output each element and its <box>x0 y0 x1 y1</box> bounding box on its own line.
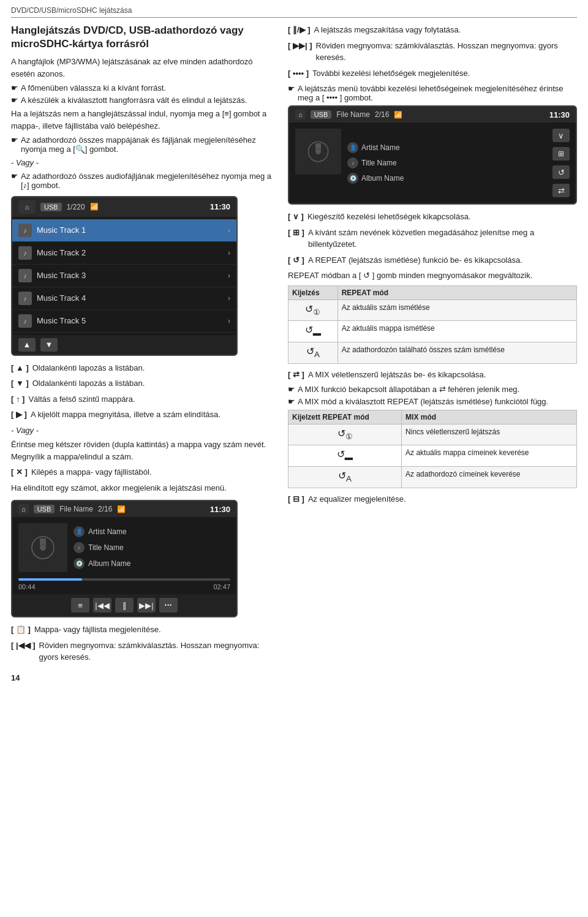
mix-icon-1: ↺① <box>288 424 402 445</box>
bracket-repeat: [ ↺ ] A REPEAT (lejátszás ismétlése) fun… <box>288 254 577 266</box>
chevron-right-icon-5: › <box>228 317 230 325</box>
extra-controls: ∨ ⊞ ↺ ⇄ <box>552 129 570 197</box>
track-item-5[interactable]: ♪ Music Track 5 › <box>12 310 236 333</box>
signal-icon-2: 📶 <box>117 505 126 513</box>
usb-screen-1: ⌂ USB 1/220 📶 11:30 ♪ Music Track 1 › ♪ <box>11 196 238 356</box>
more-btn[interactable]: ••• <box>159 598 178 613</box>
bracket-more: [ •••• ] További kezelési lehetőségek me… <box>288 67 577 80</box>
usb-screen-1-body: ♪ Music Track 1 › ♪ Music Track 2 › ♪ Mu… <box>12 217 236 335</box>
album-art <box>18 523 67 572</box>
file-name-label: File Name <box>59 505 93 513</box>
track-name-5: Music Track 5 <box>37 316 223 325</box>
repeat-text-3: Az adathordozón található összes szám is… <box>337 342 576 364</box>
section-title: Hanglejátszás DVD/CD, USB-adathordozó va… <box>11 24 274 51</box>
player-info: 👤 Artist Name ♪ Title Name 💿 Album Name <box>74 523 230 572</box>
file-label-3: File Name <box>336 110 370 119</box>
bracket-mix: [ ⇄ ] A MIX véletlenszerű lejátszás be- … <box>288 369 577 381</box>
cassette-icon-7: ☛ <box>288 397 295 406</box>
note1: ☛ A főmenüben válassza ki a kívánt forrá… <box>11 83 274 92</box>
track-icon-3: ♪ <box>18 269 32 282</box>
mix-note2: ☛ A MIX mód a kiválasztott REPEAT (leját… <box>288 397 577 406</box>
repeat-row-3: ↺A Az adathordozón található összes szám… <box>288 342 577 364</box>
bracket-x: [ ✕ ] Kilépés a mappa- vagy fájllistából… <box>11 466 274 478</box>
svg-point-3 <box>315 149 321 154</box>
chevron-right-icon-2: › <box>228 249 230 257</box>
time-display-2: 11:30 <box>210 505 230 514</box>
usb-screen-1-nav: ▲ ▼ <box>12 335 236 355</box>
track-icon-2: ♪ <box>18 246 32 260</box>
right-screen-header: ⌂ USB File Name 2/16 📶 11:30 <box>289 107 576 123</box>
repeat-text-2: Az aktuális mappa ismétlése <box>337 321 576 342</box>
right-title-row: ♪ Title Name <box>347 157 544 168</box>
progress-area: 00:44 02:47 <box>12 578 236 594</box>
mix-table-header-1: Kijelzett REPEAT mód <box>288 410 402 424</box>
track-item-4[interactable]: ♪ Music Track 4 › <box>12 287 236 310</box>
title-icon: ♪ <box>74 542 85 553</box>
ha-text: Ha elindított egy számot, akkor megjelen… <box>11 482 274 494</box>
mix-table-header-2: MIX mód <box>402 410 577 424</box>
note2: ☛ A készülék a kiválasztott hangforrásra… <box>11 96 274 105</box>
repeat-table-header-2: REPEAT mód <box>337 285 576 300</box>
bracket-pause-play: [ ‖/▶ ] A lejátszás megszakítása vagy fo… <box>288 24 577 36</box>
intro-para1: A hangfájlok (MP3/WMA) lejátszásának az … <box>11 56 274 80</box>
time-display-3: 11:30 <box>549 110 570 119</box>
signal-icon-3: 📶 <box>394 111 402 119</box>
cassette-icon-4: ☛ <box>11 172 18 181</box>
home-icon: ⌂ <box>18 200 36 214</box>
cassette-icon-6: ☛ <box>288 385 295 394</box>
player-header: ⌂ USB File Name 2/16 📶 11:30 <box>12 501 236 517</box>
home-icon-3: ⌂ <box>295 110 306 119</box>
time-total: 02:47 <box>213 583 230 591</box>
pause-btn[interactable]: ‖ <box>115 598 134 613</box>
mix-text-3: Az adathordozó címeinek keverése <box>402 467 577 488</box>
right-bracket-items-top: [ ‖/▶ ] A lejátszás megszakítása vagy fo… <box>288 24 577 79</box>
note3: ☛ Az adathordozó összes mappájának és fá… <box>11 135 274 154</box>
repeat-text-1: Az aktuális szám ismétlése <box>337 300 576 321</box>
right-artist-row: 👤 Artist Name <box>347 142 544 153</box>
repeat-row-1: ↺① Az aktuális szám ismétlése <box>288 300 577 321</box>
right-album-art <box>295 129 341 175</box>
album-row: 💿 Album Name <box>74 558 230 569</box>
chevron-right-icon-3: › <box>228 271 230 280</box>
page-header: DVD/CD/USB/microSDHC lejátszása <box>11 6 577 18</box>
progress-bar-fill <box>18 578 82 581</box>
track-item-2[interactable]: ♪ Music Track 2 › <box>12 242 236 265</box>
cassette-icon: ☛ <box>11 83 18 92</box>
track-count-2: 2/16 <box>98 505 112 513</box>
folder-btn[interactable]: ≡ <box>71 598 89 613</box>
repeat-btn[interactable]: ↺ <box>552 165 570 179</box>
header-title: DVD/CD/USB/microSDHC lejátszása <box>11 6 132 15</box>
scroll-down-btn[interactable]: ▼ <box>40 338 58 352</box>
time-display-1: 11:30 <box>210 202 230 211</box>
prev-btn[interactable]: |◀◀ <box>93 598 111 613</box>
track-item-3[interactable]: ♪ Music Track 3 › <box>12 265 236 287</box>
bracket-folder: [ 📋 ] Mappa- vagy fájllista megjelenítés… <box>11 624 274 636</box>
chevron-right-icon-4: › <box>228 294 230 303</box>
mix-icon-2: ↺▬ <box>288 445 402 467</box>
track-item-1[interactable]: ♪ Music Track 1 › <box>12 219 236 242</box>
bracket-play: [ ▶ ] A kijelölt mappa megnyitása, illet… <box>11 409 274 421</box>
mix-row-1: ↺① Nincs véletlenszerű lejátszás <box>288 424 577 445</box>
title-row: ♪ Title Name <box>74 542 230 553</box>
artist-icon: 👤 <box>74 526 85 537</box>
repeat-icon-2: ↺▬ <box>288 321 338 342</box>
right-screen-body: 👤 Artist Name ♪ Title Name 💿 Album Name <box>289 123 576 203</box>
next-btn[interactable]: ▶▶| <box>137 598 156 613</box>
artist-row: 👤 Artist Name <box>74 526 230 537</box>
bracket-down: [ ▼ ] Oldalankénti lapozás a listában. <box>11 377 274 390</box>
mix-row-3: ↺A Az adathordozó címeinek keverése <box>288 467 577 488</box>
player-body: 👤 Artist Name ♪ Title Name 💿 Album Name <box>12 517 236 578</box>
usb-screen-1-header: ⌂ USB 1/220 📶 11:30 <box>12 197 236 217</box>
track-name-2: Music Track 2 <box>37 248 223 257</box>
right-album-row: 💿 Album Name <box>347 173 544 184</box>
usb-label-2: USB <box>34 505 55 513</box>
track-icon-1: ♪ <box>18 224 32 237</box>
repeat-table: Kijelzés REPEAT mód ↺① Az aktuális szám … <box>288 285 577 364</box>
chevron-down-btn[interactable]: ∨ <box>552 129 570 142</box>
right-bracket-items-2: [ ∨ ] Kiegészítő kezelési lehetőségek ki… <box>288 211 577 266</box>
right-artist-icon: 👤 <box>347 142 358 153</box>
bracket-chevron: [ ∨ ] Kiegészítő kezelési lehetőségek ki… <box>288 211 577 223</box>
grid-btn[interactable]: ⊞ <box>552 147 570 160</box>
scroll-up-btn[interactable]: ▲ <box>18 338 36 352</box>
shuffle-btn[interactable]: ⇄ <box>552 184 570 197</box>
